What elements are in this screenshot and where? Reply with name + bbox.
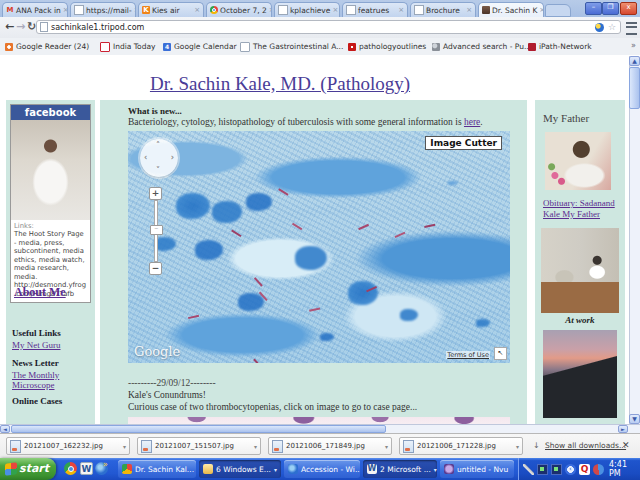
- download-item[interactable]: 20121007_151507.jpg ▾: [137, 437, 261, 455]
- horizontal-scrollbar[interactable]: ◄ ►: [0, 424, 640, 433]
- taskbar-button-chrome[interactable]: Dr. Sachin Kal...: [118, 460, 196, 478]
- start-button[interactable]: start: [0, 458, 56, 480]
- nvu-icon: [444, 464, 454, 474]
- page-title[interactable]: Dr. Sachin Kale, MD. (Pathology): [0, 73, 560, 95]
- download-menu-caret[interactable]: ▾: [123, 443, 126, 450]
- antivirus-tray-icon[interactable]: Q: [579, 464, 590, 475]
- bookmark-india-today[interactable]: IT India Today: [100, 41, 155, 52]
- bookmark-google-reader[interactable]: Google Reader (24): [5, 41, 89, 52]
- scroll-down-arrow[interactable]: ▼: [629, 414, 640, 424]
- tab-close-icon[interactable]: ×: [61, 6, 68, 14]
- terms-of-use-link[interactable]: Terms of Use: [446, 351, 490, 359]
- map-arrow-icon[interactable]: ↖: [494, 347, 507, 360]
- taskbar-button-explorer-group[interactable]: 6 Windows E... ▾: [199, 460, 281, 478]
- scroll-up-arrow[interactable]: ▲: [629, 56, 640, 66]
- pen-tray-icon[interactable]: [523, 464, 534, 475]
- tab-close-icon[interactable]: ×: [537, 6, 544, 14]
- father-photo[interactable]: [545, 132, 611, 190]
- monthly-microscope-link[interactable]: The Monthly Microscope: [12, 370, 88, 391]
- show-all-downloads-link[interactable]: Show all downloads...: [545, 441, 626, 450]
- word-icon: W: [367, 464, 377, 474]
- quicklaunch-chrome-icon[interactable]: [64, 462, 77, 475]
- bookmark-google-calendar[interactable]: 4 Google Calendar: [163, 41, 237, 52]
- tab-close-icon[interactable]: ×: [464, 6, 472, 14]
- pan-up-icon[interactable]: ˄: [156, 141, 160, 150]
- bookmark-advanced-search[interactable]: Advanced search - Pu...: [432, 41, 531, 52]
- kies-icon: K: [142, 6, 150, 14]
- tab-ana-pack[interactable]: M ANA Pack in ×: [2, 2, 68, 17]
- zoom-slider-track[interactable]: −: [154, 200, 158, 262]
- pan-down-icon[interactable]: ˅: [156, 166, 160, 175]
- tray-chevron-icon[interactable]: ‹: [565, 464, 576, 475]
- chrome-icon: [122, 464, 132, 474]
- tab-dr-sachin-active[interactable]: Dr. Sachin K ×: [478, 2, 544, 17]
- my-net-guru-link[interactable]: My Net Guru: [12, 340, 88, 350]
- tab-close-icon[interactable]: ×: [132, 6, 136, 14]
- address-bar[interactable]: sachinkale1.tripod.com ☆: [36, 20, 621, 34]
- close-button[interactable]: x: [620, 2, 637, 15]
- sunset-photo[interactable]: [543, 330, 617, 418]
- scroll-left-arrow[interactable]: ◄: [0, 425, 10, 433]
- taskbar-button-ie[interactable]: Accession - Wi...: [284, 460, 360, 478]
- tab-october[interactable]: October 7, 2 ×: [206, 2, 272, 17]
- task-label: untitled - Nvu: [457, 465, 508, 474]
- taskbar-button-word-group[interactable]: W 2 Microsoft ... ▾: [363, 460, 437, 478]
- facebook-badge[interactable]: facebook Links: The Hoot Story Page - me…: [10, 104, 91, 303]
- download-item[interactable]: 20121007_162232.jpg ▾: [6, 437, 130, 455]
- downloads-bar-close-icon[interactable]: ✕: [622, 440, 630, 450]
- tab-close-icon[interactable]: ×: [192, 6, 200, 14]
- chrome-menu-icon[interactable]: [626, 22, 637, 35]
- tab-close-icon[interactable]: ×: [396, 6, 404, 14]
- taskbar-button-nvu[interactable]: untitled - Nvu: [440, 460, 514, 478]
- page-action-icon[interactable]: [595, 23, 604, 32]
- restore-button[interactable]: ❐: [602, 2, 619, 15]
- download-menu-caret[interactable]: ▾: [516, 443, 519, 450]
- tab-mail[interactable]: https://mail- ×: [70, 2, 136, 17]
- horizontal-scrollbar-thumb[interactable]: [11, 425, 386, 433]
- download-item[interactable]: 20121006_171849.jpg ▾: [268, 437, 392, 455]
- tab-brochure[interactable]: Brochure ×: [410, 2, 476, 17]
- at-work-photo[interactable]: [541, 228, 619, 313]
- image-cutter-button[interactable]: Image Cutter: [425, 136, 502, 150]
- obituary-link[interactable]: Obituary: Sadanand Kale My Father: [543, 198, 621, 220]
- zoom-slider-handle[interactable]: −: [150, 225, 163, 235]
- download-filename: 20121006_171228.jpg: [417, 442, 496, 450]
- zoom-in-button[interactable]: +: [149, 187, 162, 200]
- back-button[interactable]: ←: [5, 20, 14, 33]
- zoom-out-button[interactable]: −: [149, 262, 162, 275]
- bookmark-ipath-network[interactable]: iPath-Network: [528, 41, 592, 52]
- tab-kies-air[interactable]: K Kies air ×: [138, 2, 204, 17]
- chrome-logo-icon: [210, 6, 218, 14]
- tab-close-icon[interactable]: ×: [330, 6, 338, 14]
- reload-button[interactable]: ↻: [27, 20, 36, 33]
- bookmarks-overflow-chevron[interactable]: »: [631, 41, 636, 50]
- download-item[interactable]: 20121006_171228.jpg ▾: [399, 437, 523, 455]
- map-pan-control[interactable]: ˄ ˅ ‹ ›: [140, 139, 178, 177]
- minimize-button[interactable]: –: [585, 2, 602, 15]
- tablet-tray-icon[interactable]: [537, 464, 548, 475]
- here-link[interactable]: here: [464, 117, 480, 127]
- forward-button[interactable]: →: [16, 20, 25, 33]
- tab-close-icon[interactable]: ×: [267, 6, 272, 14]
- volume-tray-icon[interactable]: [551, 464, 562, 475]
- vertical-scrollbar-thumb[interactable]: [629, 67, 640, 109]
- bookmark-gastrointestinal[interactable]: The Gastrointestinal A...: [240, 41, 343, 52]
- messenger-tray-icon[interactable]: [593, 464, 604, 475]
- vertical-scrollbar[interactable]: [629, 56, 640, 424]
- bookmark-pathologyoutlines[interactable]: pathologyoutlines: [348, 41, 426, 52]
- quicklaunch-overflow-chevron[interactable]: »: [103, 460, 108, 469]
- pan-right-icon[interactable]: ›: [171, 153, 174, 162]
- download-menu-caret[interactable]: ▾: [254, 443, 257, 450]
- bookmark-star-icon[interactable]: ☆: [608, 22, 616, 32]
- tab-kplachieve[interactable]: kplachieve ×: [274, 2, 340, 17]
- gmail-icon: M: [6, 6, 14, 14]
- pan-left-icon[interactable]: ‹: [144, 153, 147, 162]
- tab-featrues[interactable]: featrues ×: [342, 2, 408, 17]
- download-filename: 20121007_162232.jpg: [24, 442, 103, 450]
- about-me-link[interactable]: About Me: [14, 285, 66, 300]
- scroll-right-arrow[interactable]: ►: [618, 425, 628, 433]
- new-tab-button[interactable]: [545, 4, 571, 17]
- microscopy-map-viewer[interactable]: ˄ ˅ ‹ › + − − Image Cutter Google Terms …: [128, 131, 510, 363]
- quicklaunch-word-icon[interactable]: W: [80, 462, 93, 475]
- download-menu-caret[interactable]: ▾: [385, 443, 388, 450]
